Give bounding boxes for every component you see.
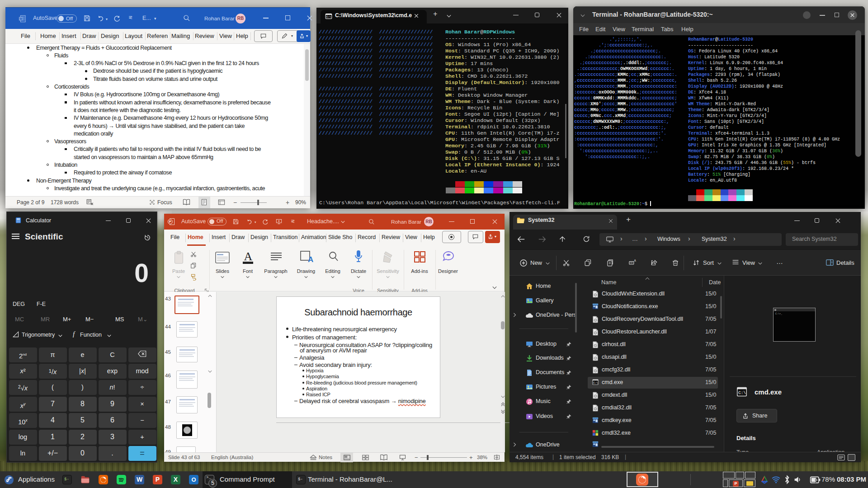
svg-text:W: W bbox=[19, 17, 22, 20]
svg-text:C:\: C:\ bbox=[593, 381, 598, 385]
svg-text:C:\: C:\ bbox=[326, 15, 331, 19]
svg-text:P: P bbox=[169, 220, 171, 224]
svg-text:A: A bbox=[308, 255, 313, 264]
svg-text:A: A bbox=[634, 259, 637, 262]
svg-text:C:\: C:\ bbox=[738, 390, 746, 395]
